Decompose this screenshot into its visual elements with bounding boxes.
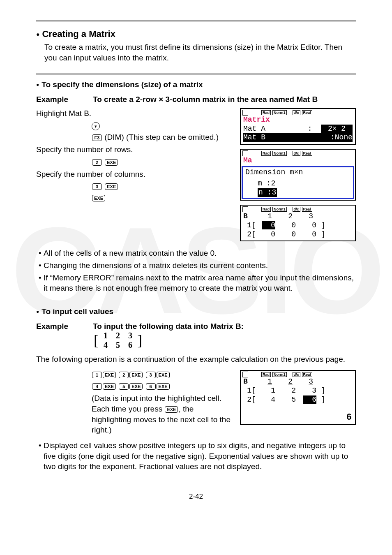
calc1-matb: Mat B xyxy=(243,133,265,142)
key-3: 3 xyxy=(146,372,156,378)
cursor-down-key: ▾ xyxy=(92,122,100,130)
key-exe: EXE xyxy=(157,372,170,378)
key-exe: EXE xyxy=(129,383,143,390)
battery-icon xyxy=(242,372,248,377)
key-1: 1 xyxy=(92,372,102,378)
key-6: 6 xyxy=(146,383,156,390)
key-exe: EXE xyxy=(92,195,105,201)
status-real: Real xyxy=(302,110,312,115)
calc-screenshot-3: RadNorm1 d/cReal B 1 2 3 1 [ 0 xyxy=(240,205,356,241)
battery-icon xyxy=(242,206,248,212)
note-3: If “Memory ERROR” remains next to the ma… xyxy=(44,273,356,294)
key-exe: EXE xyxy=(105,159,118,166)
notes-list-2: Displayed cell values show positive inte… xyxy=(36,440,356,472)
dim-note: (DIM) (This step can be omitted.) xyxy=(104,133,219,141)
sub1-title: To specify the dimensions (size) of a ma… xyxy=(36,80,356,89)
battery-icon xyxy=(242,110,248,116)
separator-2 xyxy=(36,302,356,302)
note-1: All of the cells of a new matrix contain… xyxy=(44,248,356,259)
step-rows: Specify the number of rows. xyxy=(36,144,234,155)
section-title: Creating a Matrix xyxy=(36,29,356,39)
calc2-m: m :2 xyxy=(245,179,350,188)
input-note: (Data is input into the highlighted cell… xyxy=(92,393,234,435)
calc4-value: 6 xyxy=(346,412,352,423)
example2-label: Example xyxy=(36,322,81,350)
key-exe: EXE xyxy=(105,183,118,190)
calc1-matb-val: :None xyxy=(330,133,353,142)
battery-icon xyxy=(242,150,248,156)
key-exe: EXE xyxy=(129,372,143,378)
notes-list-1: All of the cells of a new matrix contain… xyxy=(36,248,356,294)
step-cols: Specify the number of columns. xyxy=(36,169,234,180)
example2-text: To input the following data into Matrix … xyxy=(93,322,356,331)
key-5: 5 xyxy=(119,383,129,390)
example1-label: Example xyxy=(36,95,81,104)
status-dc: d/c xyxy=(293,110,300,115)
note-2: Changing the dimensions of a matrix dele… xyxy=(44,260,356,271)
key-2: 2 xyxy=(92,159,102,166)
calc4-name: B xyxy=(243,377,251,386)
key-4: 4 xyxy=(92,383,102,390)
separator-1 xyxy=(36,74,356,74)
top-rule xyxy=(36,21,356,21)
example2-matrix: [ 123 456 ] xyxy=(93,331,143,350)
key-exe: EXE xyxy=(103,372,116,378)
key-exe: EXE xyxy=(157,383,170,390)
status-rad: Rad xyxy=(261,110,271,115)
calc-screenshot-1: RadNorm1 d/cReal Matrix Mat A : 2× 2 Mat… xyxy=(240,108,356,145)
note-4: Displayed cell values show positive inte… xyxy=(44,440,356,472)
sub2-title: To input cell values xyxy=(36,307,356,316)
calc1-title: Matrix xyxy=(243,116,353,125)
calc2-dlg-title: Dimension m×n xyxy=(245,168,350,177)
continuation-note: The following operation is a continuatio… xyxy=(36,354,356,365)
calc-screenshot-4: RadNorm1 d/cReal B 1 2 3 1[ 1 2 xyxy=(240,370,356,425)
calc2-n: n :3 xyxy=(258,188,277,197)
section-intro: To create a matrix, you must first defin… xyxy=(44,42,356,63)
calc-screenshot-2: RadNorm1 d/cReal Ma Dimension m×n m :2 n… xyxy=(240,149,356,201)
calc1-mata: Mat A xyxy=(243,125,265,134)
key-2: 2 xyxy=(119,372,129,378)
key-exe: EXE xyxy=(103,383,116,390)
key-3: 3 xyxy=(92,183,102,190)
f3-key: F3 xyxy=(92,134,102,141)
example1-text: To create a 2-row × 3-column matrix in t… xyxy=(93,95,356,104)
step-highlight: Highlight Mat B. xyxy=(36,108,234,119)
calc1-mata-dim: : 2× 2 xyxy=(308,125,353,134)
calc3-name: B xyxy=(243,212,251,221)
status-norm: Norm1 xyxy=(272,110,287,115)
page-number: 2-42 xyxy=(36,493,356,501)
